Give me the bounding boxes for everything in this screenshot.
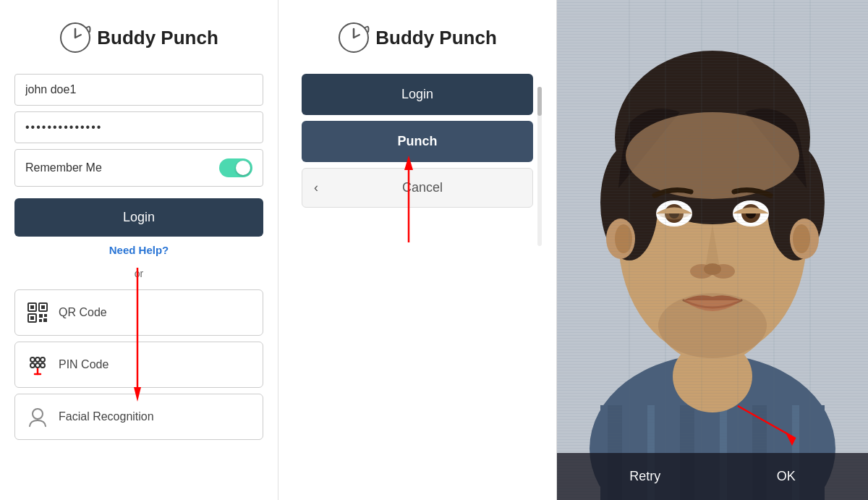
- punch-button[interactable]: Punch: [302, 121, 533, 162]
- qr-code-label: QR Code: [59, 306, 107, 319]
- qr-code-icon: [25, 300, 50, 325]
- svg-point-18: [30, 363, 35, 368]
- facial-recognition-button[interactable]: Facial Recognition: [14, 394, 263, 440]
- svg-point-16: [35, 357, 40, 362]
- chevron-left-icon: ‹: [314, 180, 318, 195]
- logo2: Buddy Punch: [338, 22, 497, 54]
- ok-button[interactable]: OK: [765, 465, 807, 488]
- logo2-text: Buddy Punch: [375, 27, 497, 49]
- logo-text: Buddy Punch: [97, 27, 218, 49]
- face-svg: [557, 0, 868, 500]
- svg-rect-6: [30, 305, 34, 309]
- svg-rect-13: [39, 319, 42, 322]
- punch-panel-login-button[interactable]: Login: [302, 74, 533, 115]
- pin-code-button[interactable]: PIN Code: [14, 342, 263, 388]
- need-help-link[interactable]: Need Help?: [109, 244, 169, 256]
- scrollbar-thumb[interactable]: [537, 87, 542, 116]
- camera-feed: [557, 0, 868, 500]
- password-input[interactable]: [14, 111, 263, 143]
- punch-panel: Buddy Punch Login Punch ‹ Cancel: [278, 0, 557, 500]
- pin-code-icon: [25, 352, 50, 377]
- facial-recognition-label: Facial Recognition: [59, 410, 154, 423]
- svg-rect-14: [43, 318, 47, 322]
- logo: Buddy Punch: [59, 22, 218, 54]
- svg-point-23: [33, 409, 43, 419]
- svg-point-15: [30, 357, 35, 362]
- svg-point-17: [41, 357, 45, 362]
- pin-code-label: PIN Code: [59, 358, 109, 371]
- scrollbar-track: [537, 87, 542, 246]
- login-panel: Buddy Punch Remember Me Login Need Help?…: [0, 0, 278, 500]
- svg-rect-11: [39, 314, 43, 318]
- camera-panel: Retry OK: [557, 0, 868, 500]
- qr-code-button[interactable]: QR Code: [14, 289, 263, 336]
- logo2-icon: [338, 22, 370, 54]
- remember-me-label: Remember Me: [25, 161, 102, 174]
- svg-point-19: [35, 363, 40, 368]
- svg-rect-8: [41, 305, 45, 309]
- cancel-label: Cancel: [324, 180, 521, 195]
- svg-rect-10: [30, 316, 34, 320]
- svg-rect-61: [557, 0, 868, 500]
- svg-rect-12: [44, 314, 47, 317]
- retry-button[interactable]: Retry: [618, 465, 672, 488]
- facial-recognition-icon: [25, 404, 50, 429]
- logo-icon: [59, 22, 91, 54]
- login-button[interactable]: Login: [14, 198, 263, 237]
- username-input[interactable]: [14, 74, 263, 106]
- cancel-button[interactable]: ‹ Cancel: [302, 168, 533, 208]
- camera-controls: Retry OK: [557, 453, 868, 500]
- or-divider: or: [135, 268, 143, 279]
- remember-me-row: Remember Me: [14, 149, 263, 187]
- svg-point-20: [41, 363, 45, 368]
- remember-toggle[interactable]: [219, 158, 252, 177]
